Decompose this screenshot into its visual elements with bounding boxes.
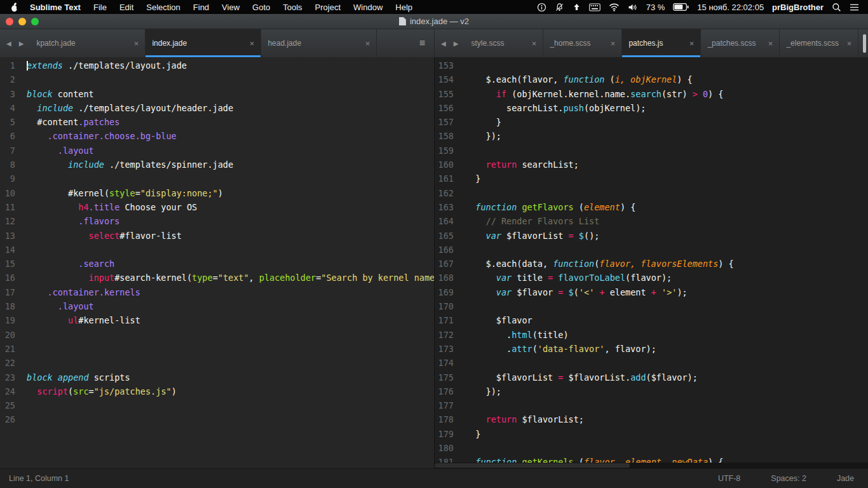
right-editor-pane[interactable]: 153154 $.each(flavor, function (i, objKe… [434, 57, 868, 468]
horizontal-scrollbar-thumb[interactable] [435, 463, 630, 468]
code-line-1[interactable]: 1extends ./templates/layout.jade [0, 58, 434, 72]
code-line-158[interactable]: 158 }); [435, 129, 868, 143]
bell-icon[interactable] [555, 3, 564, 12]
menu-find[interactable]: Find [187, 3, 215, 12]
close-window-button[interactable] [6, 18, 13, 25]
horizontal-scrollbar[interactable] [435, 463, 868, 468]
window-title-bar[interactable]: index.jade — v2 [0, 14, 868, 29]
code-line-177[interactable]: 177 [435, 398, 868, 412]
battery-icon[interactable] [673, 3, 689, 11]
code-line-4[interactable]: 4 include ./templates/layout/header.jade [0, 101, 434, 115]
back-icon[interactable]: ◀ [441, 40, 446, 47]
tab-close-icon[interactable]: × [532, 39, 537, 48]
tabbar-scrollbar-thumb[interactable] [863, 34, 866, 53]
code-line-19[interactable]: 19 ul#kernel-list [0, 313, 434, 327]
code-line-176[interactable]: 176 }); [435, 384, 868, 398]
spotlight-search-icon[interactable] [832, 3, 841, 12]
tab-style.scss[interactable]: style.scss× [465, 29, 543, 57]
tab-close-icon[interactable]: × [611, 39, 616, 48]
code-line-166[interactable]: 166 [435, 243, 868, 257]
code-line-179[interactable]: 179 } [435, 427, 868, 441]
tab-index.jade[interactable]: index.jade× [146, 29, 261, 57]
menu-tools[interactable]: Tools [276, 3, 308, 12]
tab-close-icon[interactable]: × [768, 39, 773, 48]
code-line-160[interactable]: 160 return searchList; [435, 158, 868, 172]
code-line-2[interactable]: 2 [0, 72, 434, 86]
volume-icon[interactable] [628, 3, 638, 11]
code-line-14[interactable]: 14 [0, 243, 434, 257]
keyboard-icon[interactable] [589, 3, 600, 11]
code-line-155[interactable]: 155 if (objKernel.kernel.name.search(str… [435, 87, 868, 101]
status-spaces-2[interactable]: Spaces: 2 [771, 474, 806, 483]
code-line-162[interactable]: 162 [435, 186, 868, 200]
zoom-window-button[interactable] [31, 18, 39, 25]
code-line-167[interactable]: 167 $.each(data, function(flavor, flavor… [435, 257, 868, 271]
code-line-5[interactable]: 5 #content.patches [0, 115, 434, 129]
code-line-15[interactable]: 15 .search [0, 257, 434, 271]
code-line-157[interactable]: 157 } [435, 115, 868, 129]
menu-edit[interactable]: Edit [113, 3, 140, 12]
menu-view[interactable]: View [215, 3, 246, 12]
tab-patches.js[interactable]: patches.js× [622, 29, 701, 57]
tab-overflow-menu-icon[interactable]: ≡ [419, 37, 434, 49]
code-line-163[interactable]: 163 function getFlavors (element) { [435, 200, 868, 214]
code-line-174[interactable]: 174 [435, 356, 868, 370]
code-line-8[interactable]: 8 include ./templates/spinner.jade [0, 158, 434, 172]
menu-window[interactable]: Window [347, 3, 389, 12]
tab-close-icon[interactable]: × [847, 39, 852, 48]
notification-center-icon[interactable] [850, 3, 859, 11]
code-line-6[interactable]: 6 .container.choose.bg-blue [0, 129, 434, 143]
forward-icon[interactable]: ▶ [454, 40, 459, 47]
code-line-17[interactable]: 17 .container.kernels [0, 285, 434, 299]
code-line-165[interactable]: 165 var $flavorList = $(); [435, 229, 868, 243]
menu-goto[interactable]: Goto [246, 3, 276, 12]
tab-_elements.scss[interactable]: _elements.scss× [780, 29, 858, 57]
code-line-168[interactable]: 168 var title = flavorToLabel(flavor); [435, 271, 868, 285]
code-line-16[interactable]: 16 input#search-kernel(type="text", plac… [0, 271, 434, 285]
menu-clock[interactable]: 15 нояб. 22:02:05 [697, 3, 764, 12]
tab-close-icon[interactable]: × [689, 39, 695, 48]
cursor-position[interactable]: Line 1, Column 1 [9, 474, 69, 483]
menu-sublime-text[interactable]: Sublime Text [24, 3, 87, 12]
code-line-10[interactable]: 10 #kernel(style="display:none;") [0, 186, 434, 200]
code-line-164[interactable]: 164 // Render Flavors List [435, 214, 868, 228]
info-icon[interactable] [537, 3, 546, 12]
code-line-23[interactable]: 23block append scripts [0, 370, 434, 384]
code-line-172[interactable]: 172 .html(title) [435, 328, 868, 342]
code-line-169[interactable]: 169 var $flavor = $('<' + element + '>')… [435, 285, 868, 299]
code-line-20[interactable]: 20 [0, 328, 434, 342]
code-line-12[interactable]: 12 .flavors [0, 214, 434, 228]
tab-close-icon[interactable]: × [365, 39, 370, 48]
code-line-175[interactable]: 175 $flavorList = $flavorList.add($flavo… [435, 370, 868, 384]
code-line-21[interactable]: 21 [0, 342, 434, 356]
menu-help[interactable]: Help [389, 3, 419, 12]
code-line-153[interactable]: 153 [435, 58, 868, 72]
code-line-18[interactable]: 18 .layout [0, 299, 434, 313]
menu-username[interactable]: prBigBrother [772, 3, 824, 12]
left-editor-pane[interactable]: 1extends ./templates/layout.jade23block … [0, 57, 434, 468]
minimize-window-button[interactable] [18, 18, 26, 25]
code-line-171[interactable]: 171 $flavor [435, 313, 868, 327]
forward-icon[interactable]: ▶ [19, 40, 24, 47]
code-line-161[interactable]: 161 } [435, 172, 868, 186]
tab-_patches.scss[interactable]: _patches.scss× [701, 29, 780, 57]
code-line-26[interactable]: 26 [0, 412, 434, 426]
tab-head.jade[interactable]: head.jade× [261, 29, 377, 57]
tab-close-icon[interactable]: × [134, 39, 139, 48]
tab-kpatch.jade[interactable]: kpatch.jade× [30, 29, 146, 57]
code-line-7[interactable]: 7 .layout [0, 144, 434, 158]
arrow-up-icon[interactable] [573, 3, 581, 11]
status-jade[interactable]: Jade [837, 474, 854, 483]
menu-project[interactable]: Project [309, 3, 347, 12]
code-line-3[interactable]: 3block content [0, 87, 434, 101]
apple-icon[interactable] [6, 3, 24, 12]
menu-selection[interactable]: Selection [140, 3, 186, 12]
code-line-170[interactable]: 170 [435, 299, 868, 313]
back-icon[interactable]: ◀ [6, 40, 11, 47]
code-line-154[interactable]: 154 $.each(flavor, function (i, objKerne… [435, 72, 868, 86]
menu-file[interactable]: File [87, 3, 113, 12]
code-line-11[interactable]: 11 h4.title Choose your OS [0, 200, 434, 214]
code-line-173[interactable]: 173 .attr('data-flavor', flavor); [435, 342, 868, 356]
code-line-24[interactable]: 24 script(src="js/patches.js") [0, 384, 434, 398]
status-utf-8[interactable]: UTF-8 [718, 474, 740, 483]
